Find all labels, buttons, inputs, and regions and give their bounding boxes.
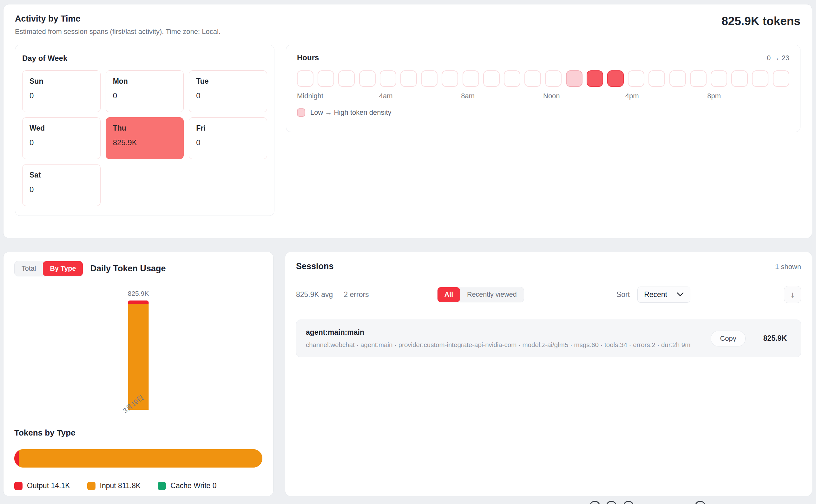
legend-swatch-icon	[14, 482, 23, 490]
hour-cell-19	[690, 70, 707, 87]
toggle-total-button[interactable]: Total	[15, 261, 43, 276]
day-label: Tue	[196, 77, 260, 86]
hour-tick-4am: 4am	[379, 92, 393, 100]
hour-cell-11	[524, 70, 541, 87]
copy-button[interactable]: Copy	[711, 331, 745, 346]
hour-cell-23	[773, 70, 789, 87]
legend-label: Cache Write 0	[170, 481, 217, 490]
hours-tick-labels: Midnight4am8amNoon4pm8pm	[297, 92, 789, 101]
hour-tick-midnight: Midnight	[297, 92, 323, 100]
density-swatch-icon	[297, 108, 305, 117]
footer-partial-icon-3[interactable]	[623, 501, 634, 504]
day-tile-thu: Thu825.9K	[106, 117, 184, 159]
legend-item-input: Input 811.8K	[87, 481, 141, 490]
tokens-by-type-legend: Output 14.1KInput 811.8KCache Write 0	[14, 481, 262, 490]
bottom-row: Total By Type Daily Token Usage 825.9K 3…	[3, 252, 812, 496]
daily-bar-chart: 825.9K 3月19日	[14, 279, 262, 417]
session-row[interactable]: agent:main:mainchannel:webchat · agent:m…	[296, 320, 801, 357]
day-value: 0	[29, 185, 93, 194]
hour-cell-22	[752, 70, 768, 87]
sessions-title: Sessions	[296, 262, 334, 271]
sessions-header: Sessions 1 shown	[296, 262, 801, 271]
hour-cell-10	[504, 70, 520, 87]
bar-segment-output	[128, 300, 149, 304]
day-label: Thu	[113, 124, 177, 132]
day-label: Wed	[29, 124, 93, 132]
section-divider	[14, 417, 262, 417]
day-label: Mon	[113, 77, 177, 86]
download-button[interactable]: ↓	[784, 286, 801, 303]
legend-item-output: Output 14.1K	[14, 481, 70, 490]
toggle-by-type-button[interactable]: By Type	[43, 261, 83, 276]
session-info: agent:main:mainchannel:webchat · agent:m…	[306, 328, 690, 349]
legend-label: Output 14.1K	[27, 481, 70, 490]
filter-all-button[interactable]: All	[437, 287, 460, 302]
legend-label: Input 811.8K	[100, 481, 141, 490]
hour-cell-17	[649, 70, 665, 87]
footer-partial-icon-4[interactable]	[695, 501, 706, 504]
sort-label: Sort	[617, 290, 630, 299]
day-tile-sun: Sun0	[22, 70, 100, 112]
day-value: 0	[196, 138, 260, 147]
legend-swatch-icon	[158, 482, 166, 490]
day-of-week-grid: Sun0Mon0Tue0Wed0Thu825.9KFri0Sat0	[22, 70, 267, 206]
type-bar-segment-output	[14, 449, 19, 468]
day-value: 0	[196, 91, 260, 100]
day-value: 0	[29, 138, 93, 147]
hour-cell-1	[318, 70, 334, 87]
daily-view-toggle: Total By Type	[14, 261, 83, 276]
hour-cell-2	[338, 70, 355, 87]
day-value: 0	[29, 91, 93, 100]
dashboard-page: Activity by Time Estimated from session …	[0, 0, 816, 504]
daily-token-usage-card: Total By Type Daily Token Usage 825.9K 3…	[3, 252, 274, 496]
sort-group: Sort Recent	[617, 287, 690, 303]
hour-tick-noon: Noon	[543, 92, 560, 100]
hour-cell-18	[670, 70, 686, 87]
day-tile-mon: Mon0	[106, 70, 184, 112]
sessions-filter-toggle: All Recently viewed	[437, 287, 524, 302]
day-value: 0	[113, 91, 177, 100]
chevron-down-icon	[677, 292, 684, 297]
tokens-by-type-title: Tokens by Type	[14, 428, 262, 438]
day-value: 825.9K	[113, 138, 177, 147]
bar-column: 825.9K	[128, 300, 149, 410]
footer-strip	[0, 497, 816, 504]
hour-cell-3	[359, 70, 376, 87]
activity-title: Activity by Time	[15, 14, 221, 24]
hour-cell-15	[607, 70, 624, 87]
day-of-week-card: Day of Week Sun0Mon0Tue0Wed0Thu825.9KFri…	[15, 45, 275, 216]
session-meta: channel:webchat · agent:main · provider:…	[306, 341, 690, 349]
activity-by-time-card: Activity by Time Estimated from session …	[3, 4, 812, 238]
hours-range-label: 0 → 23	[767, 54, 789, 62]
footer-partial-icon-2[interactable]	[606, 501, 617, 504]
download-arrow-icon: ↓	[791, 290, 795, 300]
avg-tokens-label: 825.9K avg	[296, 290, 333, 299]
legend-item-cache-write: Cache Write 0	[158, 481, 217, 490]
hours-title: Hours	[297, 53, 319, 62]
footer-partial-icon-1[interactable]	[589, 501, 600, 504]
hours-header: Hours 0 → 23	[297, 53, 789, 62]
sessions-controls: 825.9K avg 2 errors All Recently viewed …	[296, 286, 801, 303]
filter-recently-viewed-button[interactable]: Recently viewed	[460, 287, 524, 302]
hour-cell-4	[380, 70, 396, 87]
hour-cell-12	[545, 70, 561, 87]
activity-header: Activity by Time Estimated from session …	[15, 14, 800, 36]
hour-cell-0	[297, 70, 314, 87]
hour-cell-8	[463, 70, 479, 87]
hours-heatmap	[297, 70, 789, 87]
activity-row: Day of Week Sun0Mon0Tue0Wed0Thu825.9KFri…	[15, 45, 800, 216]
session-token-count: 825.9K	[763, 334, 787, 343]
sort-select[interactable]: Recent	[638, 287, 690, 303]
sessions-card: Sessions 1 shown 825.9K avg 2 errors All…	[285, 252, 812, 496]
sessions-list: agent:main:mainchannel:webchat · agent:m…	[296, 320, 801, 357]
hour-tick-8pm: 8pm	[707, 92, 721, 100]
daily-title: Daily Token Usage	[90, 264, 165, 274]
hour-cell-7	[442, 70, 458, 87]
total-tokens-value: 825.9K tokens	[722, 15, 800, 28]
hour-cell-21	[731, 70, 748, 87]
day-tile-wed: Wed0	[22, 117, 100, 159]
legend-swatch-icon	[87, 482, 95, 490]
errors-count-label: 2 errors	[344, 290, 369, 299]
daily-header: Total By Type Daily Token Usage	[14, 261, 262, 276]
day-label: Sat	[29, 171, 93, 179]
